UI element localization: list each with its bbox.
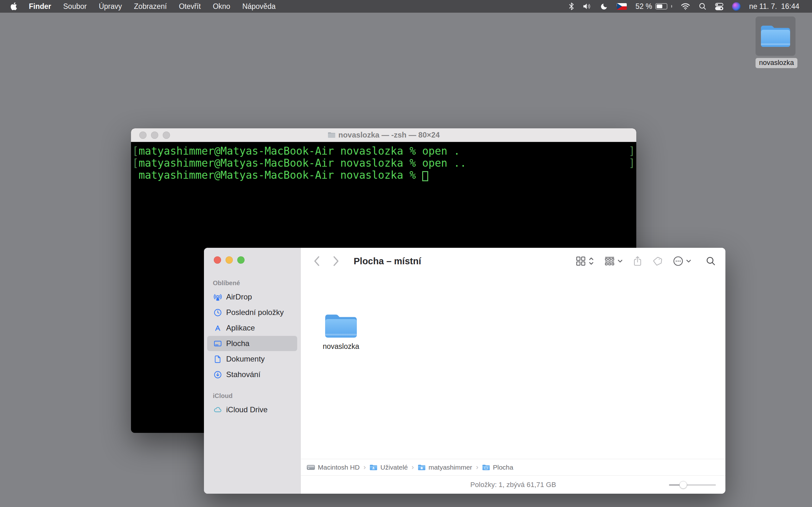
path-separator: › (475, 463, 479, 471)
folder-icon (369, 464, 377, 470)
sidebar-item-label: Dokumenty (226, 354, 264, 363)
ellipsis-circle-icon (673, 256, 683, 267)
finder-status-bar: Položky: 1, zbývá 61,71 GB (301, 475, 725, 494)
finder-sidebar: Oblíbené AirDrop Poslední položky Aplika… (204, 248, 301, 494)
menu-bar-clock[interactable]: ne 11. 7. 16:44 (749, 2, 799, 11)
desktop-item-novaslozka[interactable]: novaslozka (756, 16, 796, 68)
view-mode-control[interactable] (576, 256, 594, 266)
focus-moon-icon[interactable] (600, 3, 608, 10)
menu-otevrit[interactable]: Otevřít (173, 2, 207, 11)
volume-icon[interactable] (583, 3, 592, 10)
path-segment-plocha[interactable]: Plocha (482, 464, 513, 471)
sidebar-item-icloud-drive[interactable]: iCloud Drive (207, 402, 297, 417)
wifi-icon[interactable] (681, 3, 690, 10)
sidebar-item-label: Stahování (226, 370, 260, 379)
apple-menu[interactable] (8, 2, 23, 10)
path-segment-macintosh-hd[interactable]: Macintosh HD (307, 464, 360, 471)
bluetooth-icon[interactable] (569, 2, 574, 10)
cloud-icon (213, 406, 222, 414)
sidebar-item-label: Poslední položky (226, 308, 284, 317)
terminal-prompt-line: matyashimmer@Matyas-MacBook-Air novasloz… (132, 169, 635, 181)
chevron-down-icon (618, 259, 623, 264)
slider-knob[interactable] (679, 481, 687, 489)
download-circle-icon (213, 371, 222, 379)
home-folder-icon (418, 464, 426, 470)
slider-track (682, 484, 716, 486)
czech-flag-input-icon[interactable] (617, 3, 627, 10)
terminal-title-bar[interactable]: novaslozka — -zsh — 80×24 (131, 128, 636, 142)
share-button[interactable] (633, 256, 642, 267)
spotlight-search-icon[interactable] (699, 3, 706, 10)
view-sort-chevrons-icon (589, 257, 594, 266)
terminal-output[interactable]: [matyashimmer@Matyas-MacBook-Air novaslo… (131, 142, 636, 184)
finder-window[interactable]: Oblíbené AirDrop Poslední položky Aplika… (204, 248, 725, 494)
sidebar-item-label: AirDrop (226, 292, 252, 301)
battery-indicator[interactable]: 52 % (635, 2, 672, 11)
folder-icon (760, 24, 792, 49)
sidebar-item-downloads[interactable]: Stahování (207, 367, 297, 382)
menu-zobrazeni[interactable]: Zobrazení (128, 2, 173, 11)
clock-icon (213, 308, 222, 317)
finder-zoom-button[interactable] (237, 257, 245, 264)
sidebar-item-label: Plocha (226, 339, 249, 348)
back-button[interactable] (311, 255, 322, 268)
sidebar-item-desktop[interactable]: Plocha (207, 336, 297, 351)
sidebar-item-label: iCloud Drive (226, 405, 268, 414)
menu-finder[interactable]: Finder (23, 2, 57, 11)
icon-size-slider[interactable] (669, 481, 716, 489)
terminal-proxy-folder-icon (328, 132, 336, 138)
menu-soubor[interactable]: Soubor (57, 2, 93, 11)
group-by-control[interactable] (604, 256, 623, 266)
control-center-icon[interactable] (715, 3, 723, 10)
desktop-display-icon (213, 339, 222, 348)
tag-button[interactable] (653, 256, 663, 266)
path-segment-matyashimmer[interactable]: matyashimmer (418, 464, 472, 471)
file-item-novaslozka[interactable]: novaslozka (322, 313, 360, 351)
finder-window-title: Plocha – místní (354, 256, 421, 267)
desktop-folder-icon (482, 464, 490, 470)
more-actions-control[interactable] (673, 256, 691, 267)
finder-content-area[interactable]: novaslozka (301, 274, 725, 459)
finder-path-bar: Macintosh HD › Uživatelé › matyashimmer … (301, 459, 725, 475)
airdrop-icon (213, 293, 222, 301)
battery-icon (655, 3, 667, 9)
menu-bar: Finder Soubor Úpravy Zobrazení Otevřít O… (0, 0, 812, 13)
path-separator: › (363, 463, 366, 471)
icon-view-grid-icon (576, 256, 586, 266)
sidebar-item-recents[interactable]: Poslední položky (207, 305, 297, 320)
status-items-count: Položky: 1, zbývá 61,71 GB (470, 481, 556, 489)
sidebar-item-label: Aplikace (226, 324, 255, 332)
finder-close-button[interactable] (214, 257, 221, 264)
terminal-line: [matyashimmer@Matyas-MacBook-Air novaslo… (132, 145, 635, 157)
terminal-cursor (422, 171, 428, 181)
path-separator: › (411, 463, 415, 471)
document-icon (213, 355, 222, 363)
file-label: novaslozka (322, 342, 360, 351)
group-by-icon (604, 256, 615, 266)
menu-upravy[interactable]: Úpravy (93, 2, 128, 11)
chevron-down-icon (686, 259, 691, 264)
forward-button[interactable] (331, 255, 342, 268)
sidebar-item-airdrop[interactable]: AirDrop (207, 289, 297, 304)
terminal-line: [matyashimmer@Matyas-MacBook-Air novaslo… (132, 157, 635, 169)
menu-okno[interactable]: Okno (207, 2, 236, 11)
sidebar-item-applications[interactable]: Aplikace (207, 320, 297, 336)
menu-napoveda[interactable]: Nápověda (236, 2, 282, 11)
path-segment-uzivatele[interactable]: Uživatelé (369, 464, 408, 471)
sidebar-icloud-header: iCloud (213, 392, 300, 400)
desktop-folder-label: novaslozka (756, 58, 798, 68)
apple-icon (10, 2, 17, 10)
search-button[interactable] (706, 256, 716, 266)
battery-percent-label: 52 % (635, 2, 652, 11)
folder-icon (322, 313, 360, 339)
battery-tip (671, 5, 672, 8)
siri-icon[interactable] (732, 2, 741, 11)
finder-minimize-button[interactable] (225, 257, 233, 264)
terminal-window-title: novaslozka — -zsh — 80×24 (339, 130, 440, 139)
desktop-folder-selection-box (756, 16, 796, 56)
finder-toolbar: Plocha – místní (301, 248, 725, 274)
hard-drive-icon (307, 464, 315, 471)
app-store-a-icon (213, 324, 222, 332)
sidebar-favorites-header: Oblíbené (213, 279, 300, 287)
sidebar-item-documents[interactable]: Dokumenty (207, 351, 297, 367)
